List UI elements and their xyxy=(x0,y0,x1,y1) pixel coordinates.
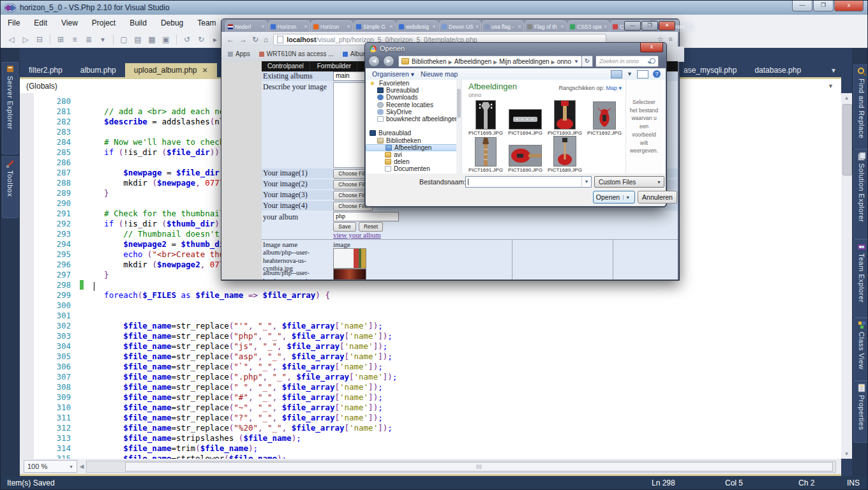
minimize-button[interactable]: — xyxy=(792,1,812,11)
menu-file[interactable]: File xyxy=(1,15,27,31)
code-line-304[interactable]: 304 $file_name=str_replace("js", "_", $f… xyxy=(20,341,841,352)
tool-tab-team-explorer[interactable]: Team Explorer xyxy=(853,239,868,318)
breadcrumb-dropdown-icon[interactable]: ▼ xyxy=(574,59,581,64)
crumb-afbeeldingen[interactable]: Afbeeldingen xyxy=(454,58,491,65)
cancel-button[interactable]: Annuleren xyxy=(638,191,677,204)
file-PICT1690.JPG[interactable]: PICT1690.JPG xyxy=(505,136,545,173)
nav-forward-icon[interactable]: ▷ xyxy=(20,34,31,45)
tab-close-icon[interactable]: ✕ xyxy=(347,24,350,29)
restore-button[interactable]: ❐ xyxy=(813,1,834,11)
menu-debug[interactable]: Debug xyxy=(154,15,190,31)
code-line-303[interactable]: 303 $file_name=str_replace("php", "_", $… xyxy=(20,331,841,341)
file-PICT1694.JPG[interactable]: PICT1694.JPG xyxy=(505,99,545,136)
menu-view[interactable]: View xyxy=(54,15,85,31)
indent-increase-icon[interactable]: ⊞ xyxy=(55,34,66,45)
tab-database.php[interactable]: database.php xyxy=(745,63,810,77)
tab-close-icon[interactable]: ✕ xyxy=(604,24,608,29)
bookmark-apps[interactable]: Apps xyxy=(228,50,250,57)
new-folder-button[interactable]: Nieuwe map xyxy=(421,70,458,78)
refresh-icon[interactable]: ↻ xyxy=(582,56,593,67)
tab-upload_album.php-active[interactable]: upload_album.php✕ xyxy=(125,63,217,77)
bookmark-wrt610n-as-access-[interactable]: WRT610N as access ... xyxy=(259,50,334,57)
code-line-299[interactable]: 299 foreach($_FILES as $file_name => $fi… xyxy=(20,290,841,301)
scope-dropdown-chevron-icon[interactable]: ▼ xyxy=(828,83,834,89)
tab-close-icon[interactable]: ✕ xyxy=(202,66,208,75)
dialog-forward-icon[interactable]: ▶ xyxy=(383,56,394,67)
sidebar-item-bouwknecht-afbeeldingen[interactable]: bouwknecht afbeeldingen xyxy=(366,115,461,122)
views-icon[interactable] xyxy=(611,70,622,78)
search-input[interactable]: Zoeken in onno xyxy=(595,56,659,67)
file-PICT1692.JPG[interactable]: PICT1692.JPG xyxy=(585,99,624,136)
comment-icon[interactable]: ≡ xyxy=(69,34,80,45)
scope-dropdown[interactable]: (Globals) xyxy=(26,82,57,91)
save-button[interactable]: Save xyxy=(333,222,356,232)
code-line-312[interactable]: 312 $file_name=str_replace("%20", "_", $… xyxy=(20,423,841,433)
crumb-onno[interactable]: onno xyxy=(557,58,571,65)
tool-tab-solution-explorer[interactable]: Solution Explorer xyxy=(853,149,868,239)
browser-tab-css3-opa[interactable]: CSS3 opa✕ xyxy=(567,20,610,32)
tab-close-icon[interactable]: ✕ xyxy=(304,24,308,29)
code-line-309[interactable]: 309 $file_name=str_replace("#", "_", $fi… xyxy=(20,392,841,403)
close-button[interactable]: x xyxy=(834,1,864,11)
file-PICT1689.JPG[interactable]: PICT1689.JPG xyxy=(545,136,585,173)
album-input[interactable]: php xyxy=(333,212,399,221)
browser-tab-flag-of-th[interactable]: Flag of th✕ xyxy=(525,20,567,32)
browser-tab-horizon[interactable]: Horizon✕ xyxy=(311,20,353,32)
tool-tab-server-explorer[interactable]: Server Explorer xyxy=(2,62,19,154)
page-nav-controlpanel[interactable]: Controlpanel xyxy=(262,61,310,71)
view-album-link[interactable]: view your album xyxy=(333,231,381,239)
code-line-308[interactable]: 308 $file_name=str_replace(" ", "_", $fi… xyxy=(20,382,841,392)
uncomment-icon[interactable]: ≣ xyxy=(83,34,94,45)
browser-tab-horizon[interactable]: Horizon✕ xyxy=(268,20,310,32)
zoom-dropdown-chevron-icon[interactable]: ▼ xyxy=(69,464,73,469)
editor-horizontal-scrollbar[interactable] xyxy=(86,461,836,473)
sidebar-item-bureaublad[interactable]: Bureaublad xyxy=(366,87,461,94)
filename-dropdown-icon[interactable]: ▼ xyxy=(581,177,591,187)
forward-icon[interactable]: → xyxy=(239,35,247,44)
tab-close-icon[interactable]: ✕ xyxy=(689,24,692,29)
code-line-315[interactable]: 315 $file_name=strtolower($file_name); xyxy=(20,454,841,459)
menu-build[interactable]: Build xyxy=(123,15,154,31)
new-file-icon[interactable]: ▢ xyxy=(118,34,130,45)
filetype-select[interactable]: Custom Files ▼ xyxy=(594,176,664,188)
tool-tab-toolbox[interactable]: Toolbox xyxy=(2,156,19,218)
file-PICT1691.JPG[interactable]: PICT1691.JPG xyxy=(466,136,505,173)
open-file-icon[interactable]: ▤ xyxy=(132,34,144,45)
sidebar-item-bureaublad[interactable]: Bureaublad xyxy=(366,130,461,137)
preview-pane-icon[interactable] xyxy=(637,70,648,78)
sidebar-item-bibliotheken[interactable]: Bibliotheken xyxy=(366,137,461,144)
code-line-314[interactable]: 314 $file_name=trim($file_name); xyxy=(20,443,841,454)
sidebar-item-avi[interactable]: avi xyxy=(366,151,461,158)
menu-edit[interactable]: Edit xyxy=(27,15,54,31)
breadcrumb[interactable]: Bibliotheken▶Afbeeldingen▶Mijn afbeeldin… xyxy=(398,56,582,67)
start-debug-icon[interactable]: ▸ xyxy=(209,34,221,45)
tab-close-icon[interactable]: ✕ xyxy=(432,24,436,29)
nav-backward-icon[interactable]: ◁ xyxy=(6,34,17,45)
filename-input[interactable]: ▼ xyxy=(465,176,592,188)
crumb-mijn-afbeeldingen[interactable]: Mijn afbeeldingen xyxy=(499,58,549,65)
views-dropdown-icon[interactable]: ▼ xyxy=(627,71,632,77)
file-PICT1693.JPG[interactable]: PICT1693.JPG xyxy=(545,99,585,136)
menu-team[interactable]: Team xyxy=(190,15,223,31)
sidebar-item-favorieten[interactable]: ★Favorieten xyxy=(366,80,461,87)
tab-close-icon[interactable]: ✕ xyxy=(389,24,393,29)
scroll-up-arrow-icon[interactable]: ▲ xyxy=(841,93,852,103)
dialog-back-icon[interactable]: ◀ xyxy=(368,56,380,67)
sidebar-item-downloads[interactable]: Downloads xyxy=(366,94,461,101)
browser-tab-usa-flag--[interactable]: usa flag -✕ xyxy=(482,20,524,32)
tool-tab-properties[interactable]: Properties xyxy=(853,381,868,443)
tool-tab-class-view[interactable]: Class View xyxy=(853,318,868,381)
code-line-310[interactable]: 310 $file_name=str_replace("~", "_", $fi… xyxy=(20,403,841,413)
open-split-dropdown-icon[interactable]: ▼ xyxy=(623,195,632,200)
code-line-302[interactable]: 302 $file_name=str_replace("'", "_", $fi… xyxy=(20,321,841,331)
indent-decrease-icon[interactable]: ⊟ xyxy=(34,34,45,45)
code-line-306[interactable]: 306 $file_name=str_replace("`", "_", $fi… xyxy=(20,362,841,372)
open-button[interactable]: Openen▼ xyxy=(593,191,635,204)
undo-icon[interactable]: ↺ xyxy=(181,34,193,45)
crumb-bibliotheken[interactable]: Bibliotheken xyxy=(412,58,446,65)
sidebar-item-skydrive[interactable]: SkyDrive xyxy=(366,108,461,115)
tab-album.php[interactable]: album.php xyxy=(71,63,125,77)
tab-close-icon[interactable]: ✕ xyxy=(518,24,521,29)
help-icon[interactable]: ? xyxy=(653,70,661,78)
save-all-icon[interactable]: ▣ xyxy=(160,34,172,45)
